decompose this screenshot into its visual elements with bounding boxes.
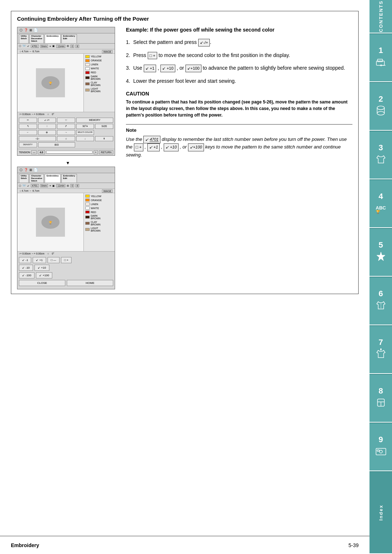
stitch-row-3: ↙ -100 ↙ +100 [19, 272, 113, 278]
machine-canvas-top: 🏆 [17, 54, 84, 112]
ctrl-rotate-cw[interactable]: ↱ [57, 124, 75, 129]
close-btn[interactable]: CLOSE [19, 280, 65, 286]
note-plus100: ↙+100 [188, 143, 204, 151]
ctrl-memory[interactable]: MEMORY [76, 118, 113, 123]
color-plus[interactable]: □ + [61, 257, 72, 263]
tab-number-8: 8 [379, 387, 383, 395]
tab-8[interactable]: 8 [369, 375, 392, 422]
tab-4[interactable]: 4 ABC🏆 [369, 180, 392, 227]
color-white-b: WHITE [85, 207, 113, 209]
tab-6[interactable]: 6 [369, 277, 392, 325]
num-display: 0 [70, 45, 74, 48]
time-display: 0mm [40, 45, 48, 48]
machine-display-top: 🏆 YELLOW ORANGE LINEN WHITE RED DARKBROW… [17, 54, 115, 112]
tab-contents[interactable]: CONTENTS [369, 0, 392, 33]
ctrl-grid2[interactable]: ⊞⊟ [38, 142, 75, 147]
nav-char-stitch[interactable]: CharacterDecorativeStitch [29, 34, 44, 43]
stitch-row-4: CLOSE HOME [19, 280, 113, 286]
ctrl-up[interactable]: ↑ [38, 124, 56, 129]
stitch-plus-10[interactable]: ↙ +10 [34, 265, 49, 271]
step-num-1: 1. [126, 38, 133, 46]
nav-embroidery-edit-b[interactable]: EmbroideryEdit [61, 174, 77, 183]
tab-number-3: 3 [379, 144, 383, 152]
tab-number-6: 6 [379, 290, 383, 298]
footer-page: 5-39 [348, 542, 359, 548]
canvas-image-top: 🏆 [36, 68, 65, 97]
nav-embroidery-b[interactable]: Embroidery [45, 174, 60, 183]
machine-status-bar-bottom: ↑+ 0.00cm ↔+ 0.00cm ○ 0° [17, 251, 115, 256]
index-label: Index [378, 505, 384, 521]
color-minus[interactable]: □ — [48, 257, 60, 263]
nav-utility-stitch[interactable]: UtilityStitch [19, 34, 29, 43]
stitch-plus-100[interactable]: ↙ +100 [36, 272, 52, 278]
tension-minus[interactable]: — [31, 150, 37, 154]
ctrl-angle[interactable]: 90°▾ [76, 124, 94, 129]
step-text-3: Use ↙ +1 , ↙ +10 , or ↙+100 to advance t… [133, 64, 352, 72]
frame-icon: ▣ [52, 45, 55, 48]
tension-value: 4.0 [38, 150, 45, 154]
nav-utility-stitch-b[interactable]: UtilityStitch [19, 174, 29, 183]
return-btn[interactable]: RETURN [99, 150, 113, 154]
tension-slider[interactable] [46, 151, 93, 154]
stitch-plus-1[interactable]: ↙ +1 [33, 257, 46, 263]
stitch-minus-10[interactable]: ↙ -10 [19, 265, 33, 271]
ctrl-center[interactable]: ⊕ [38, 130, 56, 135]
home-btn[interactable]: HOME [67, 280, 113, 286]
panel-icon: ⊞ [29, 28, 32, 32]
svg-rect-14 [376, 448, 386, 455]
file-icon-b: 📄 [34, 168, 38, 172]
nav-embroidery-edit[interactable]: EmbroideryEdit [61, 34, 77, 43]
ctrl-scissors[interactable]: ✂ [19, 118, 37, 123]
bottom-stitch-controls: ↙ -1 ↙ +1 □ — □ + ↙ -10 ↙ +10 ↙ -100 ↙ +… [17, 256, 115, 289]
tab-7[interactable]: 7 [369, 326, 392, 373]
ctrl-multicolor[interactable]: MULTI COLOR [76, 130, 94, 135]
tab-5[interactable]: 5 [369, 229, 392, 276]
tab-2[interactable]: 2 [369, 83, 392, 130]
note-plus1: ↙ +1 [147, 143, 160, 151]
svg-text:🏆: 🏆 [49, 81, 52, 85]
tab-9[interactable]: 9 [369, 423, 392, 471]
machine-header-icons-bottom: ⬡ ❓ ⊞ 📄 [20, 168, 38, 172]
tab-index[interactable]: Index [369, 472, 392, 553]
color-list-bottom: YELLOW ORANGE LINEN WHITE RED DARKBROWN … [84, 193, 115, 251]
sewing-machine-icon [373, 54, 388, 69]
status-pos-b: ↑+ 0.00cm ↔+ 0.00cm [19, 252, 44, 255]
ctrl-down[interactable]: ↓ [76, 136, 94, 141]
tab-1[interactable]: 1 [369, 34, 392, 81]
screenshots-column: ⬡ ❓ ⊞ 📄 UtilityStitch CharacterDecorativ… [17, 27, 119, 289]
ctrl-needle-up[interactable]: ↑↑ [57, 118, 75, 123]
hoop-icon: ⬡ [20, 28, 23, 32]
btn-plus1: ↙ +1 [144, 65, 156, 72]
machine-display-bottom: 🏆 YELLOW ORANGE LINEN WHITE RED DARKBROW… [17, 193, 115, 251]
stitch-minus-100[interactable]: ↙ -100 [19, 272, 34, 278]
stitch-minus-1[interactable]: ↙ -1 [19, 257, 31, 263]
tab-3[interactable]: 3 [369, 131, 392, 179]
ctrl-right[interactable]: → [57, 130, 75, 135]
stitch-icon: ↙ [27, 45, 29, 48]
ctrl-rotate-ccw[interactable]: ↰ [19, 124, 37, 129]
machine2-icon [373, 444, 388, 458]
num2-display-b: 8 [75, 184, 79, 187]
ctrl-stitch-minus-plus[interactable]: ↙-/+ [38, 118, 56, 123]
ctrl-size[interactable]: SIZE [95, 124, 113, 129]
ctrl-left[interactable]: ← [19, 130, 37, 135]
nav-char-stitch-b[interactable]: CharacterDecorativeStitch [29, 174, 44, 183]
nav-embroidery[interactable]: Embroidery [45, 34, 60, 43]
svg-point-15 [379, 450, 382, 453]
main-content: Continuing Embroidery After Turning off … [0, 0, 369, 554]
ctrl-page[interactable]: ⇟ [95, 136, 113, 141]
note-box: Note Use the ↙ 4701 display to remember … [126, 124, 352, 159]
canvas-size-bottom: ↕ 4.7cm ↔ 6.7cm IMAGE [17, 189, 115, 193]
ctrl-home[interactable]: ⌂ [57, 136, 75, 141]
ctrl-mirror[interactable]: ◁▷ [19, 136, 56, 141]
example-title: Example: If the power goes off while sew… [126, 27, 352, 33]
tab-number-7: 7 [379, 338, 383, 346]
stitch-count: 4701 [31, 45, 39, 48]
machine-toolbar-bottom: ⬡ 🪡 ↙ 4701 0mm ≡ ▣ 11min ⊞ 0 8 [17, 183, 115, 189]
ctrl-density[interactable]: DENSITY [19, 142, 37, 147]
color-orange: ORANGE [85, 59, 113, 62]
color-yellow-b: YELLOW [85, 195, 113, 197]
tension-row: TENSION — 4.0 + RETURN [17, 149, 115, 155]
tension-plus[interactable]: + [94, 150, 98, 154]
btn-stitch-minus-plus: ↙-/+ [198, 39, 210, 46]
